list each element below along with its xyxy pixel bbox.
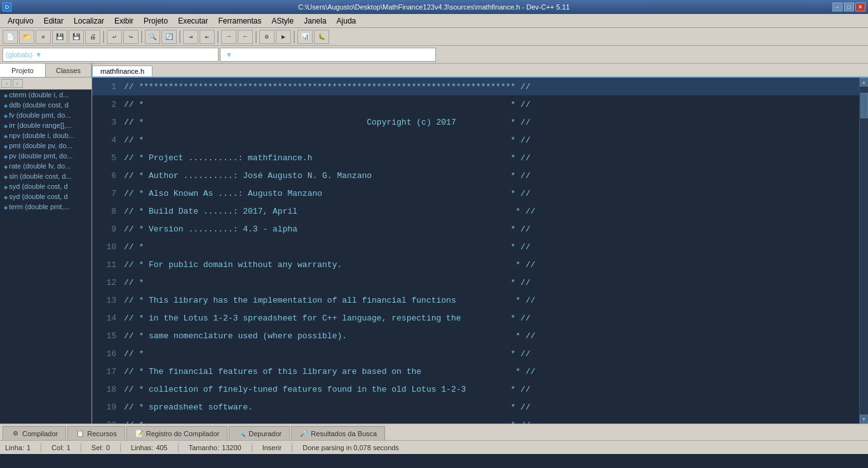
sep-4 [178,443,179,452]
sep3 [179,31,180,43]
globals-arrow: ▼ [35,51,42,59]
line-content: // * * // [124,242,859,252]
sidebar-list: cterm (double i, d...ddb (double cost, d… [0,90,92,423]
debug-button[interactable]: 🐛 [314,30,329,44]
find-button[interactable]: 🔍 [145,30,160,44]
menu-item-localizar[interactable]: Localizar [69,14,109,27]
line-content: // * collection of finely-tuned features… [124,385,859,394]
sidebar-tab-projeto[interactable]: Projeto [0,64,46,77]
editor-tab-bar: mathfinance.h [92,64,868,78]
menu-bar: ArquivoEditarLocalizarExibirProjetoExecu… [0,14,868,28]
replace-button[interactable]: 🔄 [161,30,177,44]
sep-3 [120,443,121,452]
close-button[interactable]: ✕ [855,3,865,11]
indent-button[interactable]: ⇥ [183,30,198,44]
vertical-scrollbar[interactable]: ▲ ▼ [859,78,868,423]
sidebar-tab-classes[interactable]: Classes [46,64,92,77]
line-number: 17 [92,367,124,376]
save-button[interactable]: 💾 [52,30,67,44]
menu-item-arquivo[interactable]: Arquivo [3,14,39,27]
table-row: 12// * * // [92,273,859,291]
bottom-tab-recursos[interactable]: 📋Recursos [67,426,125,440]
menu-item-astyle[interactable]: AStyle [267,14,299,27]
globals-dropdown[interactable]: (globals) ▼ [3,48,219,62]
bottom-tab-compilador[interactable]: ⚙Compilador [3,426,66,440]
list-item[interactable]: ddb (double cost, d [0,100,92,110]
chart-button[interactable]: 📊 [297,30,313,44]
open-button[interactable]: 📂 [19,30,34,44]
sep5 [255,31,257,43]
line-number: 8 [92,207,124,216]
line-content: // * Build Date ......: 2017, April * // [124,207,859,216]
scroll-up-button[interactable]: ▲ [860,78,869,86]
status-bar: Linha: 1 Col: 1 Sel: 0 Linhas: 405 Taman… [0,440,868,454]
list-item[interactable]: term (double pmt,... [0,202,92,212]
sidebar-nav-prev[interactable]: ◄ [1,79,11,88]
goto-back-button[interactable]: ← [238,30,253,44]
list-item[interactable]: rate (double fv, do... [0,161,92,171]
maximize-button[interactable]: □ [844,3,854,11]
compile-button[interactable]: ⚙ [259,30,275,44]
sel-value: 0 [106,444,110,451]
list-item[interactable]: cterm (double i, d... [0,90,92,100]
table-row: 9// * Version .........: 4.3 - alpha * /… [92,220,859,238]
bottom-tab-resultados-da-busca[interactable]: 🔎Resultados da Busca [291,426,385,440]
run-button[interactable]: ▶ [276,30,291,44]
scope-dropdown[interactable]: ▼ [220,48,436,62]
close-file-button[interactable]: ✕ [36,30,51,44]
line-content: // * Project ..........: mathfinance.h *… [124,153,859,163]
undo-button[interactable]: ↩ [107,30,122,44]
menu-item-ferramentas[interactable]: Ferramentas [213,14,266,27]
list-item[interactable]: syd (double cost, d [0,181,92,191]
lines-label: Linhas: [131,444,153,451]
goto-button[interactable]: → [221,30,236,44]
toolbar-1: 📄 📂 ✕ 💾 💾 🖨 ↩ ↪ 🔍 🔄 ⇥ ⇤ → ← ⚙ ▶ 📊 🐛 [0,28,868,46]
menu-item-exibir[interactable]: Exibir [109,14,139,27]
list-item[interactable]: pmt (double pv, do... [0,141,92,151]
sep6 [294,31,295,43]
redo-button[interactable]: ↪ [123,30,139,44]
unindent-button[interactable]: ⇤ [200,30,215,44]
menu-item-ajuda[interactable]: Ajuda [332,14,362,27]
size-value: 13200 [222,444,241,451]
status-sel: Sel: 0 [92,444,110,451]
line-content: // * same nomenclature used (where possi… [124,331,859,341]
code-editor[interactable]: 1// ************************************… [92,78,859,423]
sidebar-nav-next[interactable]: ► [13,79,23,88]
line-number: 19 [92,403,124,412]
save-all-button[interactable]: 💾 [69,30,84,44]
tab-mathfinance-h[interactable]: mathfinance.h [92,65,153,76]
list-item[interactable]: sln (double cost, d... [0,171,92,181]
print-button[interactable]: 🖨 [85,30,100,44]
line-content: // * * // [124,420,859,424]
new-button[interactable]: 📄 [3,30,18,44]
list-item[interactable]: irr (double range[],... [0,120,92,130]
menu-item-executar[interactable]: Executar [173,14,213,27]
menu-item-projeto[interactable]: Projeto [139,14,173,27]
sel-label: Sel: [92,444,104,451]
list-item[interactable]: syd (double cost, d [0,191,92,202]
scroll-thumb[interactable] [860,93,868,118]
title-left: D [3,3,11,11]
scroll-down-button[interactable]: ▼ [860,415,869,423]
line-number: 1 [92,82,124,92]
list-item[interactable]: pv (double pmt, do... [0,151,92,161]
bottom-tab-label: Resultados da Busca [311,430,377,437]
line-number: 9 [92,224,124,234]
bottom-tab-registro-do-compilador[interactable]: 📝Registro do Compilador [126,426,228,440]
minimize-button[interactable]: − [832,3,843,11]
menu-item-editar[interactable]: Editar [39,14,69,27]
line-number: 6 [92,171,124,181]
line-content: // * * // [124,135,859,145]
menu-item-janela[interactable]: Janela [299,14,331,27]
bottom-tab-label: Depurador [248,430,281,437]
scroll-track[interactable] [860,86,868,415]
sep1 [103,31,104,43]
col-label: Col: [51,444,64,451]
line-number: 2 [92,100,124,109]
list-item[interactable]: fv (double pmt, do... [0,110,92,120]
line-number: 5 [92,153,124,163]
bottom-tab-depurador[interactable]: 🔍Depurador [229,426,290,440]
line-content: // * spreadsheet software. * // [124,403,859,412]
list-item[interactable]: npv (double i, doub... [0,130,92,141]
